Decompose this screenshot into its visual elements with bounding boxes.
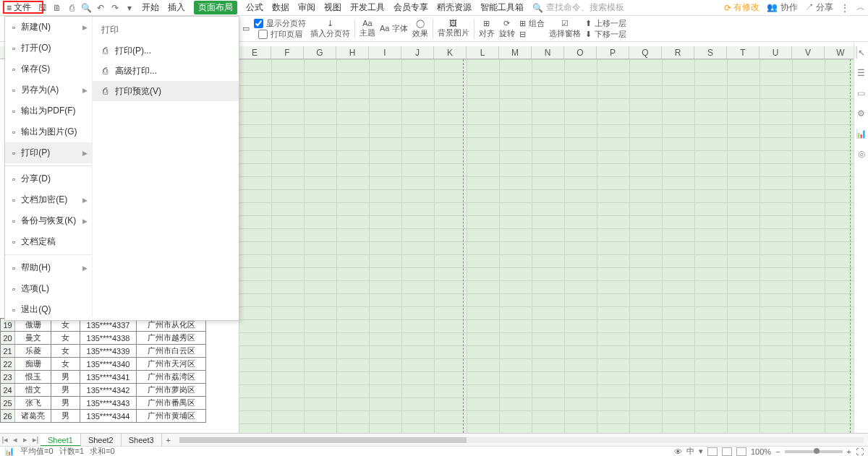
file-menu-item[interactable]: ▫保存(S) [5, 59, 92, 79]
bgimage-button[interactable]: 🖼背景图片 [438, 19, 469, 38]
fullscreen-icon[interactable]: ⛶ [856, 447, 864, 456]
menu-tab[interactable]: 开始 [142, 1, 159, 14]
theme-button[interactable]: Aa主题 [359, 19, 375, 38]
rotate-button[interactable]: ⟳旋转 [499, 19, 515, 39]
row-header[interactable]: 21 [1, 345, 15, 358]
menu-tab[interactable]: 视图 [324, 1, 341, 14]
zoom-slider[interactable] [785, 450, 843, 453]
table-row[interactable]: 21乐菱女135****4339广州市白云区 [1, 345, 206, 358]
column-header[interactable]: W [825, 46, 857, 59]
location-icon[interactable]: ◎ [858, 149, 865, 159]
column-header[interactable]: P [597, 46, 629, 59]
print-submenu-item[interactable]: ⎙打印预览(V) [93, 81, 239, 101]
column-headers[interactable]: EFGHIJKLMNOPQRSTUVW [239, 46, 854, 59]
table-row[interactable]: 22痴珊女135****4340广州市天河区 [1, 358, 206, 371]
add-sheet-button[interactable]: + [162, 436, 175, 444]
preview-icon[interactable]: 🔍 [80, 1, 93, 14]
column-header[interactable]: J [401, 46, 434, 59]
file-menu-item[interactable]: ▫输出为图片(G) [5, 121, 92, 142]
column-header[interactable]: F [271, 46, 304, 59]
sheet-next-icon[interactable]: ▸ [20, 435, 30, 444]
column-header[interactable]: K [434, 46, 467, 59]
style-icon[interactable]: ▭ [857, 88, 865, 98]
table-row[interactable]: 23恨玉男135****4341广州市荔湾区 [1, 371, 206, 384]
group-button[interactable]: ⊞ 组合 [519, 18, 545, 29]
print-submenu-item[interactable]: ⎙高级打印... [93, 61, 239, 81]
column-header[interactable]: R [662, 46, 694, 59]
row-header[interactable]: 23 [1, 371, 15, 384]
menu-tab[interactable]: 页面布局 [194, 1, 237, 14]
menu-tab[interactable]: 数据 [272, 1, 289, 14]
zoom-in-icon[interactable]: + [847, 447, 851, 456]
horizontal-scrollbar[interactable] [179, 437, 864, 443]
column-header[interactable]: T [727, 46, 760, 59]
unsaved-indicator[interactable]: ⟳ 有修改 [724, 1, 760, 14]
eye-icon[interactable]: 👁 [674, 447, 682, 456]
table-row[interactable]: 26诸葛亮男135****4344广州市黄埔区 [1, 410, 206, 423]
column-header[interactable]: O [564, 46, 597, 59]
file-menu-button[interactable]: ≡ 文件 [3, 1, 35, 14]
menu-tab[interactable]: 公式 [246, 1, 263, 14]
sheet-prev-icon[interactable]: ◂ [10, 435, 20, 444]
ungroup-button[interactable]: ⊟ 旋转 [519, 29, 545, 40]
undo-icon[interactable]: ↶ [94, 1, 107, 14]
column-header[interactable]: E [239, 46, 271, 59]
file-menu-item[interactable]: ▫文档定稿 [5, 231, 92, 252]
column-header[interactable]: Q [629, 46, 662, 59]
row-header[interactable]: 25 [1, 397, 15, 410]
table-row[interactable]: 24惜文男135****4342广州市萝岗区 [1, 384, 206, 397]
command-search[interactable]: 🔍 查找命令、搜索模板 [532, 1, 624, 14]
chart-icon[interactable]: 📊 [856, 129, 867, 139]
column-header[interactable]: G [304, 46, 336, 59]
insert-break-button[interactable]: ⤓插入分页符 [310, 19, 350, 39]
file-menu-item[interactable]: ▫新建(N)▶ [5, 17, 92, 38]
print-area-icon[interactable]: ▭ [242, 24, 250, 33]
column-header[interactable]: S [694, 46, 727, 59]
effect-button[interactable]: ◯效果 [412, 19, 428, 39]
column-header[interactable]: U [760, 46, 792, 59]
menu-tab[interactable]: 审阅 [298, 1, 315, 14]
table-row[interactable]: 25张飞男135****4343广州市番禺区 [1, 397, 206, 410]
sheet-last-icon[interactable]: ▸| [30, 435, 41, 444]
share-button[interactable]: ↗ 分享 [805, 1, 833, 14]
column-header[interactable]: M [499, 46, 532, 59]
file-menu-item[interactable]: ▫输出为PDF(F) [5, 100, 92, 121]
save-icon[interactable]: 🖫 [36, 1, 49, 14]
sheet-tab[interactable]: Sheet3 [122, 434, 162, 447]
column-header[interactable]: H [336, 46, 369, 59]
cursor-icon[interactable]: ↖ [858, 48, 865, 58]
menu-tab[interactable]: 开发工具 [350, 1, 385, 14]
row-header[interactable]: 24 [1, 384, 15, 397]
redo-icon[interactable]: ↷ [109, 1, 122, 14]
file-menu-item[interactable]: ▫文档加密(E)▶ [5, 189, 92, 210]
print-icon[interactable]: ⎙ [65, 1, 78, 14]
column-header[interactable]: N [532, 46, 564, 59]
filter-icon[interactable]: ⚙ [857, 108, 865, 119]
select-icon[interactable]: ☰ [857, 68, 865, 78]
row-header[interactable]: 22 [1, 358, 15, 371]
sheet-first-icon[interactable]: |◂ [0, 435, 10, 444]
zoom-out-icon[interactable]: − [775, 447, 780, 456]
file-menu-item[interactable]: ▫备份与恢复(K)▶ [5, 210, 92, 231]
view-page-icon[interactable] [722, 447, 732, 456]
more-icon[interactable]: ⋮ [841, 3, 849, 13]
column-header[interactable]: V [792, 46, 825, 59]
file-menu-item[interactable]: ▫退出(Q) [5, 299, 92, 320]
print-submenu-item[interactable]: ⎙打印(P)... [93, 40, 239, 61]
sheet-tab[interactable]: Sheet1 [41, 434, 81, 447]
row-header[interactable]: 20 [1, 332, 15, 345]
layer-up-button[interactable]: ⬆ 上移一层 [585, 18, 626, 29]
column-header[interactable]: I [369, 46, 401, 59]
menu-tab[interactable]: 插入 [168, 1, 185, 14]
file-menu-item[interactable]: ▫选项(L) [5, 278, 92, 299]
menu-tab[interactable]: 稻壳资源 [437, 1, 472, 14]
file-menu-item[interactable]: ▫打印(P)▶ [5, 142, 92, 163]
grid[interactable] [239, 59, 854, 433]
column-header[interactable]: L [467, 46, 499, 59]
collab-button[interactable]: 👥 协作 [767, 1, 797, 14]
font-button[interactable]: Aa 字体 [380, 23, 408, 34]
ime-indicator[interactable]: 中 [686, 446, 694, 456]
view-normal-icon[interactable] [707, 447, 718, 456]
stats-icon[interactable]: 📊 [4, 447, 14, 456]
sel-pane-button[interactable]: ☑选择窗格 [549, 19, 581, 39]
